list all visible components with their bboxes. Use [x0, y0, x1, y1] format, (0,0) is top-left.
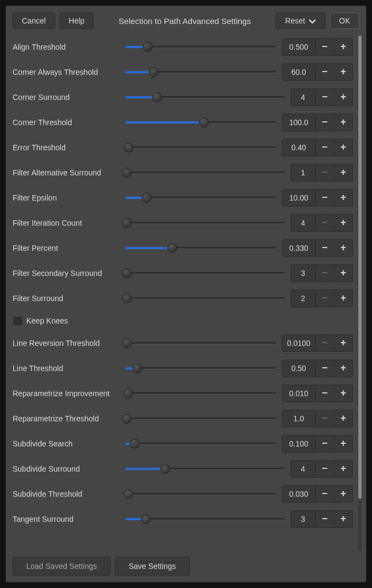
param-slider[interactable]: [125, 387, 276, 399]
param-slider[interactable]: [125, 41, 276, 53]
decrement-button[interactable]: −: [316, 460, 334, 478]
increment-button[interactable]: +: [334, 38, 353, 56]
increment-button[interactable]: +: [334, 485, 353, 503]
slider-thumb[interactable]: [122, 293, 132, 303]
increment-button[interactable]: +: [334, 435, 353, 452]
param-slider[interactable]: [125, 66, 276, 78]
increment-button[interactable]: +: [334, 139, 353, 156]
slider-thumb[interactable]: [122, 218, 132, 228]
load-settings-button[interactable]: Load Saved Settings: [13, 557, 111, 575]
decrement-button[interactable]: −: [316, 485, 334, 503]
save-settings-button[interactable]: Save Settings: [115, 557, 189, 575]
slider-thumb[interactable]: [199, 117, 209, 127]
increment-button[interactable]: +: [334, 189, 353, 207]
decrement-button[interactable]: −: [316, 435, 334, 452]
param-slider[interactable]: [125, 192, 276, 204]
slider-thumb[interactable]: [130, 439, 140, 449]
slider-thumb[interactable]: [132, 363, 142, 373]
decrement-button[interactable]: −: [316, 385, 334, 402]
cancel-button[interactable]: Cancel: [13, 13, 55, 29]
plus-icon: +: [340, 463, 346, 474]
slider-thumb[interactable]: [143, 42, 153, 52]
param-value[interactable]: 0.500: [282, 38, 316, 56]
param-value[interactable]: 0.100: [282, 435, 316, 452]
param-value[interactable]: 0.330: [282, 239, 316, 257]
slider-thumb[interactable]: [124, 143, 133, 152]
help-button[interactable]: Help: [60, 13, 94, 29]
param-value[interactable]: 1.0: [282, 410, 316, 427]
decrement-button[interactable]: −: [316, 114, 334, 131]
param-slider[interactable]: [125, 116, 276, 128]
param-value[interactable]: 0.40: [282, 139, 316, 156]
slider-thumb[interactable]: [122, 338, 132, 348]
param-value[interactable]: 1: [290, 164, 316, 181]
param-value[interactable]: 4: [290, 460, 316, 478]
param-value[interactable]: 60.0: [282, 63, 316, 81]
param-value[interactable]: 3: [290, 510, 316, 528]
increment-button[interactable]: +: [334, 360, 353, 377]
decrement-button[interactable]: −: [316, 360, 334, 377]
increment-button[interactable]: +: [334, 89, 353, 106]
param-slider[interactable]: [125, 91, 285, 103]
param-value[interactable]: 0.030: [282, 485, 316, 503]
param-slider[interactable]: [125, 337, 276, 349]
param-value[interactable]: 10.00: [282, 189, 316, 207]
param-value[interactable]: 2: [290, 290, 316, 307]
increment-button[interactable]: +: [334, 114, 353, 131]
param-value[interactable]: 0.010: [282, 385, 316, 402]
increment-button[interactable]: +: [334, 385, 353, 402]
param-slider[interactable]: [125, 513, 285, 525]
slider-thumb[interactable]: [152, 92, 162, 102]
param-slider[interactable]: [125, 438, 276, 450]
param-slider[interactable]: [125, 267, 285, 279]
slider-thumb[interactable]: [124, 389, 133, 398]
increment-button[interactable]: +: [334, 63, 353, 81]
slider-thumb[interactable]: [160, 464, 170, 474]
slider-thumb[interactable]: [122, 168, 132, 178]
decrement-button[interactable]: −: [316, 89, 334, 106]
increment-button[interactable]: +: [334, 239, 353, 257]
param-value[interactable]: 4: [290, 89, 316, 106]
increment-button[interactable]: +: [334, 510, 353, 528]
param-value[interactable]: 100.0: [282, 114, 316, 131]
slider-thumb[interactable]: [122, 268, 132, 278]
increment-button[interactable]: +: [334, 410, 353, 427]
reset-button[interactable]: Reset: [276, 13, 326, 29]
param-slider[interactable]: [125, 292, 285, 304]
slider-thumb[interactable]: [124, 489, 133, 499]
decrement-button[interactable]: −: [316, 510, 334, 528]
decrement-button[interactable]: −: [316, 189, 334, 207]
slider-thumb[interactable]: [122, 414, 132, 424]
param-slider[interactable]: [125, 362, 276, 374]
param-value[interactable]: 3: [290, 264, 316, 282]
ok-button[interactable]: OK: [330, 13, 359, 29]
param-slider[interactable]: [125, 413, 276, 425]
param-slider[interactable]: [125, 167, 285, 179]
slider-thumb[interactable]: [142, 193, 152, 203]
slider-thumb[interactable]: [141, 514, 151, 524]
param-value[interactable]: 0.50: [282, 360, 316, 377]
increment-button[interactable]: +: [334, 290, 353, 307]
keep-knees-checkbox[interactable]: [14, 317, 22, 325]
param-value[interactable]: 4: [290, 214, 316, 232]
decrement-button[interactable]: −: [316, 139, 334, 156]
increment-button[interactable]: +: [334, 164, 353, 181]
decrement-button[interactable]: −: [316, 63, 334, 81]
param-slider[interactable]: [125, 217, 285, 229]
param-slider[interactable]: [125, 463, 285, 475]
param-value[interactable]: 0.0100: [282, 334, 316, 352]
slider-thumb[interactable]: [167, 243, 177, 253]
param-slider[interactable]: [125, 142, 276, 154]
param-slider[interactable]: [125, 488, 276, 500]
increment-button[interactable]: +: [334, 264, 353, 282]
decrement-button[interactable]: −: [316, 38, 334, 56]
increment-button[interactable]: +: [334, 334, 353, 352]
param-slider[interactable]: [125, 242, 276, 254]
increment-button[interactable]: +: [334, 214, 353, 232]
slider-thumb[interactable]: [149, 67, 159, 77]
scroll-thumb[interactable]: [358, 36, 362, 499]
increment-button[interactable]: +: [334, 460, 353, 478]
param-label: Corner Threshold: [10, 118, 125, 127]
scrollbar[interactable]: [358, 36, 362, 550]
decrement-button[interactable]: −: [316, 239, 334, 257]
